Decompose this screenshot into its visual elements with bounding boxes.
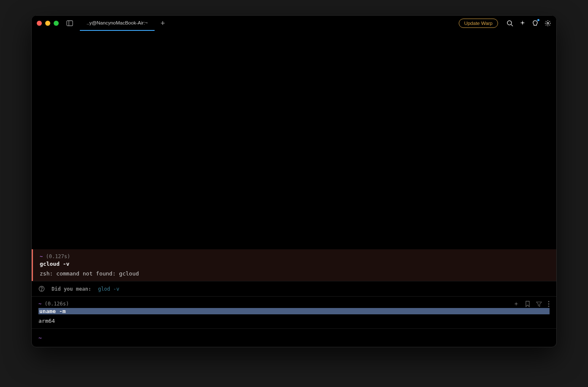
svg-line-3 [511, 25, 513, 26]
prompt-info: ~ (0.127s) [40, 253, 550, 259]
new-tab-button[interactable]: + [155, 16, 171, 31]
suggestion-label: Did you mean: [52, 286, 91, 292]
tab-active[interactable]: ..y@NancynoMacBook-Air:~ [80, 16, 155, 31]
plus-icon: + [161, 19, 165, 28]
block-actions [513, 301, 550, 307]
command-output: zsh: command not found: gcloud [40, 270, 550, 277]
suggestion-command[interactable]: glod -v [98, 286, 120, 292]
help-icon[interactable] [38, 286, 45, 292]
bookmark-icon[interactable] [525, 301, 530, 307]
svg-point-9 [548, 306, 550, 307]
prompt-dir: ~ [38, 335, 42, 341]
titlebar: ..y@NancynoMacBook-Air:~ + Update Warp [32, 16, 556, 31]
svg-point-7 [548, 301, 550, 303]
update-warp-button[interactable]: Update Warp [459, 19, 498, 28]
command-output: arm64 [38, 318, 550, 324]
window-controls [37, 21, 59, 26]
svg-point-4 [547, 22, 549, 24]
command-block-error[interactable]: ~ (0.127s) gcloud -v zsh: command not fo… [32, 249, 556, 281]
command-text: gcloud -v [40, 261, 550, 267]
bulb-icon[interactable] [532, 20, 539, 27]
minimize-window-button[interactable] [45, 21, 50, 26]
pin-icon[interactable] [513, 301, 519, 307]
active-prompt[interactable]: ~ [32, 328, 556, 347]
titlebar-actions [506, 20, 551, 27]
suggestion-bar: Did you mean: glod -v [32, 281, 556, 297]
maximize-window-button[interactable] [54, 21, 59, 26]
terminal-body: ~ (0.127s) gcloud -v zsh: command not fo… [32, 31, 556, 347]
panel-toggle-icon[interactable] [66, 20, 73, 26]
svg-rect-0 [67, 21, 73, 26]
svg-point-6 [41, 290, 42, 290]
terminal-window: ..y@NancynoMacBook-Air:~ + Update Warp [31, 15, 557, 347]
tab-bar: ..y@NancynoMacBook-Air:~ + [80, 16, 171, 31]
prompt-duration: (0.126s) [44, 301, 69, 307]
command-text-selected: uname -m [38, 308, 550, 314]
tab-title: ..y@NancynoMacBook-Air:~ [87, 20, 148, 25]
prompt-dir: ~ [38, 301, 41, 307]
search-icon[interactable] [506, 20, 513, 27]
prompt-dir: ~ [40, 253, 43, 259]
svg-point-2 [507, 21, 512, 25]
notification-dot [537, 19, 539, 21]
sparkle-icon[interactable] [519, 20, 526, 27]
close-window-button[interactable] [37, 21, 42, 26]
terminal-scrollback[interactable] [32, 31, 556, 249]
command-block-success[interactable]: ~ (0.126s) uname -m arm64 [32, 297, 556, 328]
prompt-duration: (0.127s) [46, 253, 70, 259]
prompt-info: ~ (0.126s) [38, 301, 550, 307]
svg-point-8 [548, 303, 550, 305]
filter-icon[interactable] [536, 301, 542, 307]
more-icon[interactable] [548, 301, 550, 307]
settings-icon[interactable] [544, 20, 551, 27]
